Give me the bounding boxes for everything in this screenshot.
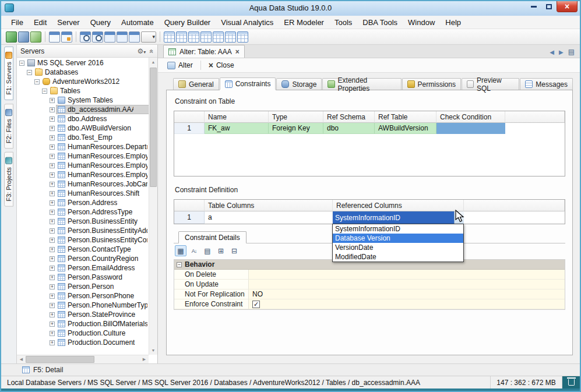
close-button[interactable]: × [557,1,578,12]
property-value[interactable] [249,270,565,279]
collapse-expander-icon[interactable]: − [27,70,32,75]
tree-item-tables[interactable]: −Tables [17,86,149,96]
expand-expander-icon[interactable]: + [50,144,55,150]
dropdown-arrow-icon[interactable]: ▼ [454,211,464,224]
tree-item-ms-sql-server-2016[interactable]: −MS SQL Server 2016 [17,58,149,68]
expand-expander-icon[interactable]: + [50,284,55,289]
expand-expander-icon[interactable]: + [50,126,55,131]
table-constraints-icon[interactable] [200,31,212,43]
type-cell[interactable]: Foreign Key [269,123,323,134]
column-header-blank[interactable] [464,200,565,211]
script-browser-icon[interactable] [129,31,140,43]
column-header-table-columns[interactable]: Table Columns [205,200,333,211]
tree-item-dbo-awbuildversion[interactable]: +dbo.AWBuildVersion [17,123,149,133]
expand-expander-icon[interactable]: + [50,340,55,345]
tree-item-production-billofmaterials[interactable]: +Production.BillOfMaterials [17,319,149,329]
tab-preview-sql[interactable]: Preview SQL [462,78,519,90]
column-header-ref-schema[interactable]: Ref Schema [323,111,375,123]
tree-item-person-emailaddress[interactable]: +Person.EmailAddress [17,263,149,273]
close-editor-button[interactable]: × Close [204,60,239,70]
menu-item-tools[interactable]: Tools [329,16,357,29]
tab-general[interactable]: General [173,78,219,90]
dropdown-option-versiondate[interactable]: VersionDate [333,243,463,252]
tree-item-person-countryregion[interactable]: +Person.CountryRegion [17,254,149,263]
next-tab-icon[interactable]: ▶ [559,49,564,55]
table-data-icon[interactable] [164,31,175,43]
schema-browser-icon[interactable] [92,31,103,43]
expand-expander-icon[interactable]: + [50,303,55,308]
tab-list-icon[interactable]: ▤ [568,48,575,56]
tab-messages[interactable]: Messages [520,78,573,90]
register-server-icon[interactable] [6,31,17,43]
column-header-blank[interactable] [174,111,205,123]
categorized-view-icon[interactable] [175,245,186,256]
tree-item-person-businessentityaddr[interactable]: +Person.BusinessEntityAddr [17,226,149,235]
vertical-scrollbar-thumb[interactable] [150,68,157,187]
table-dependencies-icon[interactable] [225,31,236,43]
tree-item-databases[interactable]: −Databases [17,68,149,77]
alter-button[interactable]: Alter [163,60,198,70]
expand-expander-icon[interactable]: + [50,247,55,252]
tree-item-production-culture[interactable]: +Production.Culture [17,329,149,338]
expand-expander-icon[interactable]: + [50,163,55,168]
tree-item-humanresources-jobcandi[interactable]: +HumanResources.JobCandi [17,179,149,189]
table-columns-cell[interactable]: a [205,211,333,224]
minimize-button[interactable] [526,1,541,12]
horizontal-scrollbar[interactable]: ◀ ▶ [17,355,149,363]
tree-item-adventureworks2012[interactable]: −AdventureWorks2012 [17,77,149,86]
procedure-browser-icon[interactable] [117,31,128,43]
open-query-icon[interactable] [61,31,72,43]
tree-item-person-addresstype[interactable]: +Person.AddressType [17,207,149,217]
ref-table-cell[interactable]: AWBuildVersion [375,123,436,134]
tab-constraints[interactable]: Constraints [220,77,276,90]
collapse-categories-icon[interactable] [228,245,240,256]
table-script-icon[interactable] [237,31,248,43]
maximize-button[interactable] [541,1,557,12]
expand-expander-icon[interactable]: + [50,154,55,159]
menu-item-er-modeler[interactable]: ER Modeler [279,16,329,29]
ref-schema-cell[interactable]: dbo [323,123,375,134]
menu-item-window[interactable]: Window [403,16,440,29]
menu-item-automate[interactable]: Automate [116,16,159,29]
gear-icon[interactable]: ⚙▾ [138,47,146,55]
expand-expander-icon[interactable]: + [50,256,55,262]
column-header-referenced-columns[interactable]: Referenced Columns [333,200,464,211]
expand-expander-icon[interactable]: + [50,98,55,103]
tree-item-humanresources-employee[interactable]: +HumanResources.Employee [17,151,149,161]
new-document-icon[interactable] [141,31,156,43]
expand-expander-icon[interactable]: + [50,200,55,206]
tree-item-dbo-test-emp[interactable]: +dbo.Test_Emp [17,133,149,142]
column-header-check-condition[interactable]: Check Condition [436,111,505,123]
dropdown-option-database-version[interactable]: Database Version [333,234,463,243]
trash-button[interactable] [562,376,580,389]
expand-expander-icon[interactable]: + [50,275,55,280]
column-header-ref-table[interactable]: Ref Table [375,111,436,123]
collapse-expander-icon[interactable]: − [42,89,47,94]
menu-item-query-builder[interactable]: Query Builder [159,16,216,29]
table-indexes-icon[interactable] [188,31,199,43]
tree-item-person-personphone[interactable]: +Person.PersonPhone [17,291,149,301]
table-columns-icon[interactable] [176,31,187,43]
property-value[interactable] [249,280,565,289]
tree-item-person-phonenumbertype[interactable]: +Person.PhoneNumberType [17,301,149,310]
expand-expander-icon[interactable]: + [50,294,55,299]
scroll-left-icon[interactable]: ◀ [17,355,26,364]
collapse-panel-icon[interactable]: « [148,49,156,53]
connect-server-icon[interactable] [30,31,41,43]
expand-expander-icon[interactable]: + [50,312,55,317]
vertical-scrollbar[interactable]: ▲ ▼ [149,58,157,355]
query-analyzer-icon[interactable] [49,31,60,43]
alphabetical-view-icon[interactable] [188,245,200,256]
tree-item-humanresources-employee[interactable]: +HumanResources.Employee [17,170,149,179]
tree-item-person-person[interactable]: +Person.Person [17,282,149,291]
side-tab-f3-projects[interactable]: F3: Projects [4,152,13,207]
table-browser-icon[interactable] [104,31,115,43]
expand-categories-icon[interactable] [215,245,227,256]
tree-item-production-document[interactable]: +Production.Document [17,338,149,347]
tree-item-person-address[interactable]: +Person.Address [17,198,149,207]
column-header-blank[interactable] [174,200,205,211]
row-number-cell[interactable]: 1 [174,123,205,134]
constraint-details-tab[interactable]: Constraint Details [178,231,247,243]
tree-item-person-businessentity[interactable]: +Person.BusinessEntity [17,217,149,226]
server-group-icon[interactable] [18,31,29,43]
